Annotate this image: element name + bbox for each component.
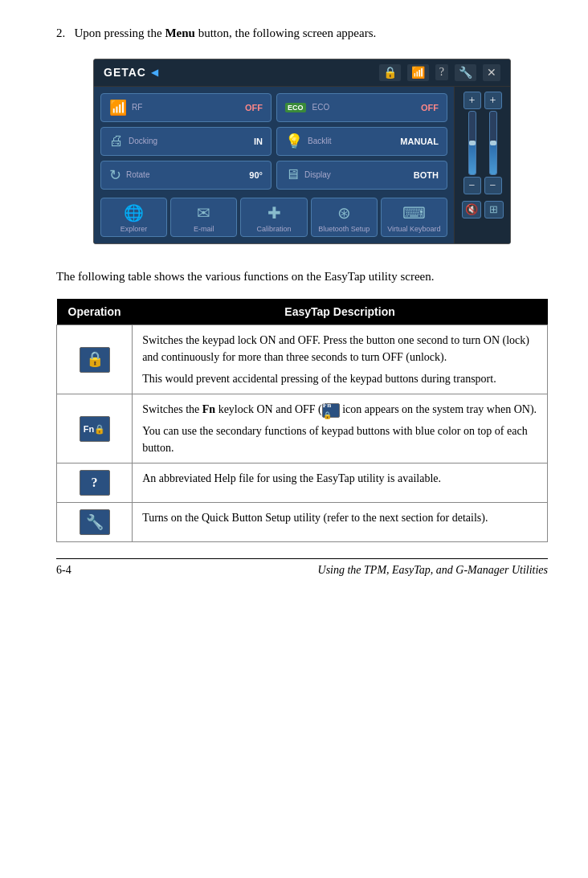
calibration-button[interactable]: ✚ Calibration (240, 198, 307, 238)
rf-icon: 📶 (109, 99, 127, 116)
backlit-button[interactable]: 💡 Backlit MANUAL (276, 127, 447, 156)
table-row: ? An abbreviated Help file for using the… (57, 464, 548, 503)
email-label: E-mail (194, 225, 214, 234)
row3-desc: An abbreviated Help file for using the E… (133, 464, 548, 503)
intro-after: button, the following screen appears. (195, 27, 376, 39)
email-button[interactable]: ✉ E-mail (170, 198, 237, 238)
brightness-controls: + − (484, 92, 502, 194)
brightness-plus-button[interactable]: + (484, 92, 502, 109)
calibration-label: Calibration (256, 225, 291, 234)
rf-value: OFF (245, 103, 263, 112)
explorer-label: Explorer (120, 225, 148, 234)
table-row: Fn🔒 Switches the Fn keylock ON and OFF (… (57, 394, 548, 464)
screenshot: GETAC ◀ 🔒 📶 ? 🔧 ✕ 📶 RF OFF ECO ECO (93, 59, 511, 245)
docking-button[interactable]: 🖨 Docking IN (100, 127, 272, 156)
backlit-icon: 💡 (285, 133, 303, 150)
docking-icon: 🖨 (109, 133, 124, 149)
display-value: BOTH (414, 170, 439, 180)
fn-bold: Fn (202, 403, 215, 415)
lock-icon: 🔒 (379, 64, 401, 81)
brightness-slider[interactable] (489, 111, 497, 175)
email-icon: ✉ (197, 203, 210, 223)
row1-desc-p1: Switches the keypad lock ON and OFF. Pre… (142, 332, 537, 365)
getac-logo: GETAC ◀ (104, 66, 158, 79)
header-icons: 🔒 📶 ? 🔧 ✕ (379, 64, 500, 81)
table-row: 🔧 Turns on the Quick Button Setup utilit… (57, 503, 548, 542)
rotate-icon: ↻ (109, 166, 121, 184)
row4-icon-cell: 🔧 (57, 503, 133, 542)
virtual-keyboard-label: Virtual Keyboard (387, 225, 440, 234)
page-footer: 6-4 Using the TPM, EasyTap, and G-Manage… (56, 558, 548, 577)
help-table-icon: ? (80, 470, 110, 496)
backlit-label: Backlit (308, 137, 331, 145)
row2-desc: Switches the Fn keylock ON and OFF (Fn🔒 … (133, 394, 548, 464)
getac-brand: GETAC (104, 66, 146, 79)
brightness-thumb (490, 141, 496, 145)
display-toggle-icon[interactable]: ⊞ (484, 201, 504, 218)
rotate-button[interactable]: ↻ Rotate 90° (100, 161, 272, 190)
virtual-keyboard-button[interactable]: ⌨ Virtual Keyboard (381, 198, 447, 238)
table-row: 🔒 Switches the keypad lock ON and OFF. P… (57, 325, 548, 394)
signal-icon: 📶 (407, 64, 429, 81)
calibration-icon: ✚ (267, 203, 281, 223)
volume-slider[interactable] (468, 111, 476, 175)
screen-main: 📶 RF OFF ECO ECO OFF 🖨 Docking IN (94, 87, 510, 244)
bluetooth-icon: ⊛ (337, 203, 351, 223)
step-number: 2. (56, 27, 65, 39)
icon-btn-row: 🌐 Explorer ✉ E-mail ✚ Calibration ⊛ Blue… (100, 198, 447, 238)
rotate-value: 90° (249, 170, 263, 180)
explorer-icon: 🌐 (124, 203, 144, 223)
fn-lock-icon: Fn🔒 (80, 416, 110, 442)
page-number: 6-4 (56, 564, 71, 577)
display-button[interactable]: 🖥 Display BOTH (276, 161, 447, 190)
row4-desc-p1: Turns on the Quick Button Setup utility … (142, 509, 537, 526)
volume-plus-button[interactable]: + (463, 92, 481, 109)
rf-label: RF (132, 103, 142, 112)
function-table: Operation EasyTap Description 🔒 Switches… (56, 299, 548, 542)
row4-desc: Turns on the Quick Button Setup utility … (133, 503, 548, 542)
eco-label: ECO (312, 103, 330, 112)
keypad-lock-icon: 🔒 (80, 347, 110, 373)
volume-slider-group: + − + − (463, 92, 502, 194)
volume-fill (469, 143, 476, 174)
mute-icon[interactable]: 🔇 (462, 201, 481, 218)
backlit-value: MANUAL (400, 137, 439, 146)
display-label: Display (304, 170, 331, 179)
eco-badge: ECO (285, 103, 306, 112)
table-col2-header: EasyTap Description (133, 299, 548, 325)
intro-paragraph: 2. Upon pressing the Menu button, the fo… (56, 24, 548, 43)
eco-button[interactable]: ECO ECO OFF (276, 93, 447, 122)
menu-bold: Menu (165, 27, 195, 39)
getac-arrow-icon: ◀ (151, 67, 158, 79)
eco-value: OFF (421, 103, 439, 112)
btn-row-1: 📶 RF OFF ECO ECO OFF (100, 93, 447, 122)
getac-header: GETAC ◀ 🔒 📶 ? 🔧 ✕ (94, 59, 510, 87)
bluetooth-setup-button[interactable]: ⊛ Bluetooth Setup (311, 198, 378, 238)
row1-icon-cell: 🔒 (57, 325, 133, 394)
close-header-icon: ✕ (483, 64, 500, 81)
help-header-icon: ? (435, 64, 448, 80)
btn-row-2: 🖨 Docking IN 💡 Backlit MANUAL (100, 127, 447, 156)
right-panel: + − + − � (454, 87, 510, 244)
explorer-button[interactable]: 🌐 Explorer (100, 198, 167, 238)
row2-icon-cell: Fn🔒 (57, 394, 133, 464)
volume-controls: + − (463, 92, 481, 194)
table-col1-header: Operation (57, 299, 133, 325)
right-bottom-icons: 🔇 ⊞ (462, 201, 504, 218)
quickbutton-table-icon: 🔧 (80, 509, 110, 535)
left-panel: 📶 RF OFF ECO ECO OFF 🖨 Docking IN (94, 87, 454, 244)
btn-row-3: ↻ Rotate 90° 🖥 Display BOTH (100, 161, 447, 190)
volume-minus-button[interactable]: − (463, 177, 481, 194)
row1-desc-p2: This would prevent accidental pressing o… (142, 370, 537, 387)
brightness-minus-button[interactable]: − (484, 177, 502, 194)
fn-inline-icon: Fn🔒 (322, 403, 340, 418)
docking-value: IN (254, 137, 263, 146)
row3-desc-p1: An abbreviated Help file for using the E… (142, 470, 537, 487)
footer-title: Using the TPM, EasyTap, and G-Manager Ut… (318, 564, 548, 577)
rf-button[interactable]: 📶 RF OFF (100, 93, 272, 122)
row1-desc: Switches the keypad lock ON and OFF. Pre… (133, 325, 548, 394)
row2-desc-p2: You can use the secondary functions of k… (142, 423, 537, 456)
virtual-keyboard-icon: ⌨ (402, 203, 426, 223)
display-icon: 🖥 (285, 166, 300, 183)
row2-desc-p1: Switches the Fn keylock ON and OFF (Fn🔒 … (142, 401, 537, 418)
